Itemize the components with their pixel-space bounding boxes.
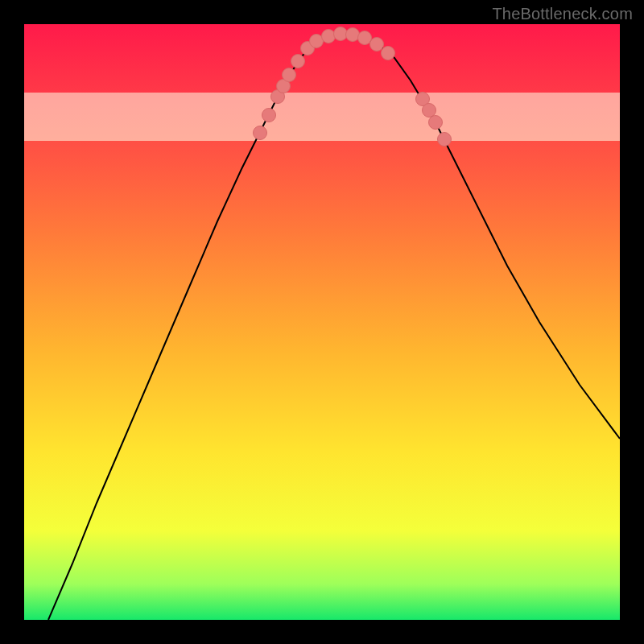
marker-group [254, 27, 452, 147]
curve-marker [291, 55, 305, 68]
curve-marker [346, 28, 360, 42]
curve-marker [310, 35, 324, 48]
watermark-text: TheBottleneck.com [492, 5, 633, 23]
curve-marker [283, 68, 296, 82]
curve-marker [322, 30, 336, 43]
plot-area [24, 24, 620, 620]
curve-marker [370, 38, 384, 52]
curve-marker [334, 27, 348, 41]
curve-marker [423, 104, 436, 118]
chart-svg [24, 24, 620, 620]
bottleneck-curve [48, 34, 620, 620]
curve-marker [358, 31, 372, 45]
curve-marker [254, 126, 267, 140]
curve-marker [382, 47, 395, 60]
curve-marker [429, 116, 443, 130]
chart-frame: TheBottleneck.com [0, 0, 644, 644]
curve-marker [438, 133, 452, 147]
curve-marker [262, 109, 276, 122]
